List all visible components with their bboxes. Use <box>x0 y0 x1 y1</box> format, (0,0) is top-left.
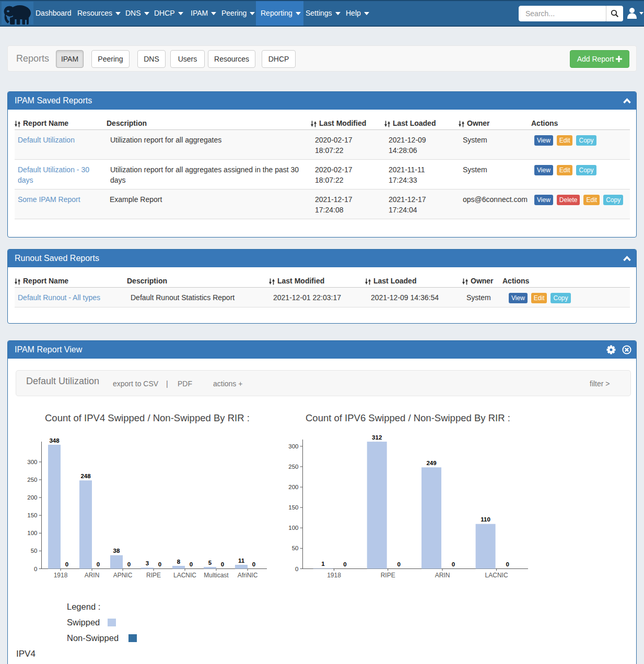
svg-text:0: 0 <box>252 561 255 567</box>
svg-text:AfriNIC: AfriNIC <box>238 572 258 579</box>
svg-text:300: 300 <box>27 459 37 465</box>
svg-text:0: 0 <box>221 561 224 567</box>
svg-text:0: 0 <box>127 561 131 567</box>
svg-text:0: 0 <box>343 561 346 567</box>
svg-text:100: 100 <box>27 530 37 536</box>
svg-text:110: 110 <box>481 516 490 523</box>
svg-text:3: 3 <box>146 560 149 566</box>
svg-text:250: 250 <box>27 477 37 483</box>
svg-text:Multicast: Multicast <box>204 572 229 579</box>
svg-text:150: 150 <box>27 512 37 518</box>
svg-text:38: 38 <box>113 548 120 554</box>
svg-text:0: 0 <box>295 566 298 572</box>
svg-text:200: 200 <box>27 494 37 501</box>
svg-text:0: 0 <box>97 561 100 567</box>
svg-text:250: 250 <box>288 464 298 470</box>
svg-text:0: 0 <box>34 566 37 572</box>
svg-text:312: 312 <box>372 435 382 441</box>
svg-text:0: 0 <box>452 561 455 567</box>
svg-text:5: 5 <box>208 560 212 566</box>
svg-text:50: 50 <box>31 548 38 554</box>
svg-text:348: 348 <box>49 437 60 444</box>
svg-text:0: 0 <box>65 561 68 567</box>
svg-text:1: 1 <box>321 561 325 567</box>
svg-text:200: 200 <box>288 484 298 490</box>
svg-text:0: 0 <box>506 561 509 567</box>
svg-text:50: 50 <box>292 545 299 551</box>
svg-text:1918: 1918 <box>54 572 68 579</box>
svg-text:LACNIC: LACNIC <box>173 572 196 579</box>
svg-text:150: 150 <box>288 504 298 511</box>
svg-text:0: 0 <box>397 561 400 567</box>
svg-text:0: 0 <box>158 561 161 567</box>
svg-text:0: 0 <box>190 561 193 567</box>
svg-text:249: 249 <box>426 460 436 466</box>
svg-text:ARIN: ARIN <box>435 572 450 579</box>
svg-text:ARIN: ARIN <box>85 572 100 579</box>
svg-text:100: 100 <box>288 525 298 531</box>
svg-text:RIPE: RIPE <box>381 572 395 579</box>
svg-text:11: 11 <box>238 558 245 564</box>
svg-text:APNIC: APNIC <box>113 572 133 579</box>
svg-text:LACNIC: LACNIC <box>485 572 508 579</box>
svg-text:1918: 1918 <box>327 572 341 579</box>
svg-text:8: 8 <box>177 559 181 565</box>
svg-text:RIPE: RIPE <box>146 572 161 579</box>
svg-text:248: 248 <box>80 473 91 479</box>
svg-text:300: 300 <box>288 443 298 449</box>
